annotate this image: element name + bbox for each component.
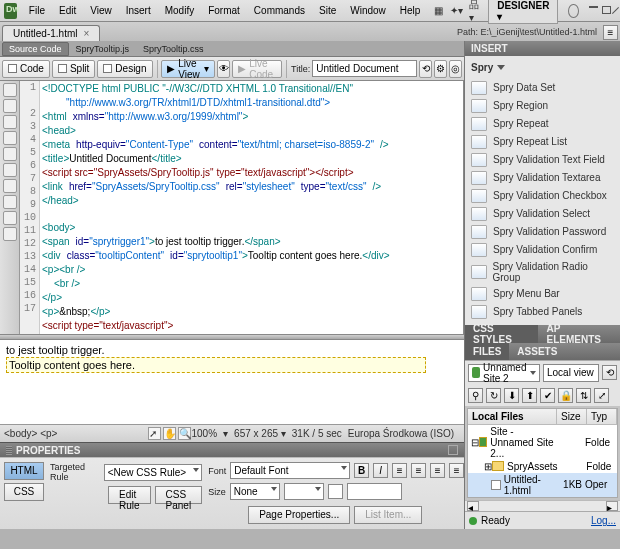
insert-item-7[interactable]: Spry Validation Select <box>471 205 614 223</box>
html-mode-button[interactable]: HTML <box>4 462 44 480</box>
encoding[interactable]: Europa Środkowa (ISO) <box>348 428 454 439</box>
files-tab[interactable]: FILES <box>465 343 509 360</box>
search-icon[interactable] <box>568 4 579 18</box>
file-row-site[interactable]: ⊟Site - Unnamed Site 2...Folde <box>468 425 617 460</box>
font-select[interactable]: Default Font <box>230 462 350 479</box>
insert-item-9[interactable]: Spry Validation Confirm <box>471 241 614 259</box>
vtool-2[interactable] <box>3 99 17 113</box>
menu-modify[interactable]: Modify <box>159 2 200 19</box>
menu-insert[interactable]: Insert <box>120 2 157 19</box>
edit-rule-button[interactable]: Edit Rule <box>108 486 151 504</box>
vtool-8[interactable] <box>3 195 17 209</box>
vtool-6[interactable] <box>3 163 17 177</box>
tools-icon[interactable]: 品▾ <box>469 3 480 19</box>
targeted-rule-select[interactable]: <New CSS Rule> <box>104 464 202 481</box>
related-file-js[interactable]: SpryTooltip.js <box>69 42 137 56</box>
toolbar-icon-3[interactable]: ◎ <box>449 60 462 78</box>
put-icon[interactable]: ⬆ <box>522 388 537 403</box>
color-input[interactable] <box>347 483 402 500</box>
vtool-3[interactable] <box>3 115 17 129</box>
view-select[interactable]: Local view <box>543 364 599 382</box>
design-view[interactable]: to jest tooltip trigger. Tooltip content… <box>0 340 464 424</box>
window-controls[interactable] <box>589 6 616 15</box>
expand-icon[interactable]: ⤢ <box>594 388 609 403</box>
insert-item-8[interactable]: Spry Validation Password <box>471 223 614 241</box>
ap-elements-tab[interactable]: AP ELEMENTS <box>538 325 620 343</box>
vtool-7[interactable] <box>3 179 17 193</box>
log-link[interactable]: Log... <box>591 515 616 526</box>
align-justify-icon[interactable]: ≡ <box>449 463 464 478</box>
italic-button[interactable]: I <box>373 463 388 478</box>
menu-commands[interactable]: Commands <box>248 2 311 19</box>
hand-tool-icon[interactable]: ✋ <box>163 427 176 440</box>
get-icon[interactable]: ⬇ <box>504 388 519 403</box>
sync-icon[interactable]: ⇅ <box>576 388 591 403</box>
vtool-10[interactable] <box>3 227 17 241</box>
vtool-4[interactable] <box>3 131 17 145</box>
files-col-size[interactable]: Size <box>557 409 587 424</box>
insert-item-3[interactable]: Spry Repeat List <box>471 133 614 151</box>
layout-icon[interactable]: ▦ <box>432 3 443 19</box>
vtool-9[interactable] <box>3 211 17 225</box>
refresh-icon[interactable]: ⟲ <box>602 365 617 380</box>
vtool-1[interactable] <box>3 83 17 97</box>
menu-site[interactable]: Site <box>313 2 342 19</box>
related-file-source[interactable]: Source Code <box>2 42 69 56</box>
design-view-button[interactable]: Design <box>97 60 152 78</box>
insert-item-4[interactable]: Spry Validation Text Field <box>471 151 614 169</box>
extension-icon[interactable]: ✦▾ <box>450 3 463 19</box>
panel-grip[interactable] <box>6 446 12 455</box>
panel-menu-icon[interactable] <box>448 445 458 455</box>
css-panel-button[interactable]: CSS Panel <box>155 486 203 504</box>
code-view-button[interactable]: Code <box>2 60 50 78</box>
code-editor[interactable]: <!DOCTYPE html PUBLIC "-//W3C//DTD XHTML… <box>40 81 463 334</box>
align-center-icon[interactable]: ≡ <box>411 463 426 478</box>
related-file-css[interactable]: SpryTooltip.css <box>136 42 211 56</box>
checkin-icon[interactable]: 🔒 <box>558 388 573 403</box>
menu-help[interactable]: Help <box>394 2 427 19</box>
vtool-5[interactable] <box>3 147 17 161</box>
size-unit-select[interactable] <box>284 483 324 500</box>
insert-item-12[interactable]: Spry Tabbed Panels <box>471 303 614 321</box>
menu-format[interactable]: Format <box>202 2 246 19</box>
split-view-button[interactable]: Split <box>52 60 95 78</box>
insert-category[interactable]: Spry <box>471 60 614 75</box>
site-select[interactable]: Unnamed Site 2 <box>468 364 540 382</box>
close-tab-icon[interactable]: × <box>83 28 89 39</box>
insert-item-11[interactable]: Spry Menu Bar <box>471 285 614 303</box>
assets-tab[interactable]: ASSETS <box>509 343 565 360</box>
css-mode-button[interactable]: CSS <box>4 483 44 501</box>
zoom-level[interactable]: 100% <box>192 428 218 439</box>
menu-view[interactable]: View <box>84 2 118 19</box>
tooltip-content-box[interactable]: Tooltip content goes here. <box>6 357 426 373</box>
files-hscroll[interactable]: ◂▸ <box>465 500 620 512</box>
file-row-folder[interactable]: ⊞SpryAssetsFolde <box>468 460 617 473</box>
live-code-button[interactable]: ▶ Live Code <box>232 60 282 78</box>
doc-menu-icon[interactable]: ≡ <box>603 25 618 40</box>
insert-item-0[interactable]: Spry Data Set <box>471 79 614 97</box>
files-col-name[interactable]: Local Files <box>468 409 557 424</box>
inspect-icon[interactable]: 👁 <box>217 60 230 78</box>
tag-selector[interactable]: <body> <p> <box>4 428 57 439</box>
checkout-icon[interactable]: ✔ <box>540 388 555 403</box>
align-left-icon[interactable]: ≡ <box>392 463 407 478</box>
insert-item-2[interactable]: Spry Repeat <box>471 115 614 133</box>
insert-item-5[interactable]: Spry Validation Textarea <box>471 169 614 187</box>
align-right-icon[interactable]: ≡ <box>430 463 445 478</box>
insert-item-10[interactable]: Spry Validation Radio Group <box>471 259 614 285</box>
page-properties-button[interactable]: Page Properties... <box>248 506 350 524</box>
insert-item-6[interactable]: Spry Validation Checkbox <box>471 187 614 205</box>
select-tool-icon[interactable]: ➚ <box>148 427 161 440</box>
zoom-tool-icon[interactable]: 🔍 <box>178 427 191 440</box>
tooltip-trigger-text[interactable]: to jest tooltip trigger. <box>6 344 458 356</box>
title-input[interactable] <box>312 60 417 77</box>
connect-icon[interactable]: ⚲ <box>468 388 483 403</box>
workspace-switcher[interactable]: DESIGNER ▾ <box>488 0 558 24</box>
menu-edit[interactable]: Edit <box>53 2 82 19</box>
bold-button[interactable]: B <box>354 463 369 478</box>
window-size[interactable]: 657 x 265 ▾ <box>234 428 286 439</box>
menu-window[interactable]: Window <box>344 2 392 19</box>
menu-file[interactable]: File <box>23 2 51 19</box>
toolbar-icon-2[interactable]: ⚙ <box>434 60 447 78</box>
live-view-button[interactable]: ▶ Live View ▾ <box>161 60 215 78</box>
